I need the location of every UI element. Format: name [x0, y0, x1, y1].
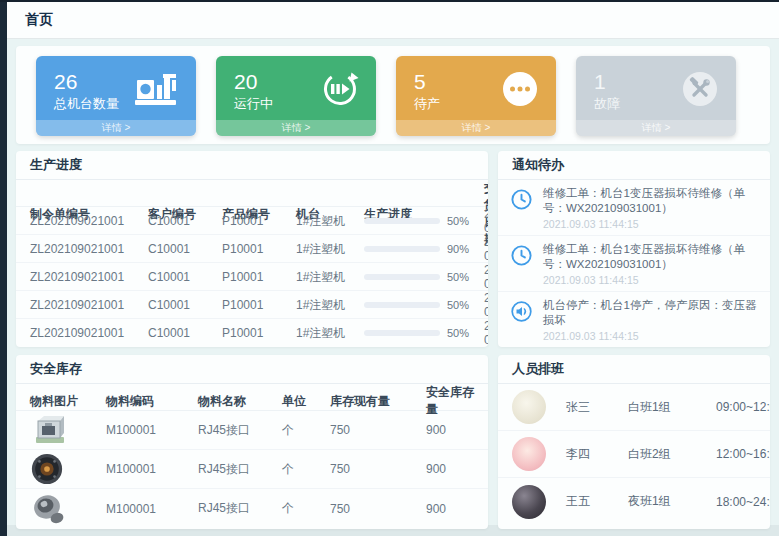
schedule-row: 李四 白班2组 12:00~16:00 — [498, 431, 770, 478]
notice-item[interactable]: 机台停产：机台1停产，停产原因：变压器损坏 2021.09.03 11:44:1… — [498, 292, 770, 347]
personnel-schedule-title: 人员排班 — [498, 355, 770, 384]
waiting-label: 待产 — [414, 95, 440, 113]
progress-bar — [364, 274, 440, 280]
person-name: 张三 — [566, 399, 628, 416]
running-value: 20 — [234, 69, 273, 95]
total-machines-label: 总机台数量 — [54, 95, 119, 113]
notice-text: 机台停产：机台1停产，停产原因：变压器损坏 — [543, 298, 758, 328]
personnel-schedule-panel: 人员排班 张三 白班1组 09:00~12:00 李四 白班2组 12:00~1… — [498, 355, 770, 529]
person-name: 李四 — [566, 446, 628, 463]
notices-panel: 通知待办 维修工单：机台1变压器损坏待维修（单号：WX202109031001）… — [498, 151, 770, 347]
running-detail-link[interactable]: 详情 > — [216, 120, 376, 136]
dashboard-page: 首页 26 总机台数量 — [7, 2, 779, 536]
progress-bar — [364, 330, 440, 336]
fault-value: 1 — [594, 69, 620, 95]
avatar — [512, 485, 546, 519]
production-row: ZL202109021001 C10001 P10001 1#注塑机 50% 2… — [16, 263, 488, 291]
production-row: ZL202109021001 C10001 P10001 1#注塑机 50% 2… — [16, 319, 488, 347]
inventory-table-header: 物料图片 物料编码 物料名称 单位 库存现有量 安全库存量 — [16, 384, 488, 411]
production-row: ZL202109021001 C10001 P10001 1#注塑机 50% 2… — [16, 291, 488, 319]
person-shift: 白班1组 — [628, 399, 716, 416]
dashboard-content: 26 总机台数量 — [7, 39, 779, 529]
card-running[interactable]: 20 运行中 详情 > — [216, 56, 376, 136]
avatar — [512, 437, 546, 471]
avatar — [512, 390, 546, 424]
safety-inventory-panel: 安全库存 物料图片 物料编码 物料名称 单位 库存现有量 安全库存量 — [16, 355, 488, 529]
notice-text: 维修工单：机台1变压器损坏待维修（单号：WX202109031001） — [543, 186, 758, 216]
schedule-row: 王五 夜班1组 18:00~24:00 — [498, 478, 770, 525]
person-time: 18:00~24:00 — [716, 495, 770, 509]
inventory-row: M100001 RJ45接口 个 750 900 — [16, 489, 488, 528]
person-name: 王五 — [566, 493, 628, 510]
person-time: 12:00~16:00 — [716, 447, 770, 461]
notice-text: 维修工单：机台1变压器损坏待维修（单号：WX202109031001） — [543, 242, 758, 272]
person-time: 09:00~12:00 — [716, 400, 770, 414]
card-fault[interactable]: 1 故障 — [576, 56, 736, 136]
notice-item[interactable]: 维修工单：机台1变压器损坏待维修（单号：WX202109031001） 2021… — [498, 180, 770, 236]
progress-bar — [364, 246, 440, 252]
round-speaker-image — [30, 453, 70, 485]
production-progress-panel: 生产进度 制令单编号 客户编号 产品编号 机台 生产进度 交货日期 ZL2021… — [16, 151, 488, 347]
stat-cards-panel: 26 总机台数量 — [16, 46, 770, 144]
fault-label: 故障 — [594, 95, 620, 113]
notice-time: 2021.09.03 11:44:15 — [543, 218, 758, 230]
progress-bar — [364, 302, 440, 308]
total-machines-value: 26 — [54, 69, 119, 95]
production-row: ZL202109021001 C10001 P10001 1#注塑机 90% 2… — [16, 235, 488, 263]
inventory-row: M100001 RJ45接口 个 750 900 — [16, 450, 488, 489]
left-sidebar-edge — [0, 0, 7, 536]
running-label: 运行中 — [234, 95, 273, 113]
breadcrumb-bar: 首页 — [7, 2, 779, 39]
production-table-header: 制令单编号 客户编号 产品编号 机台 生产进度 交货日期 — [16, 180, 488, 207]
person-shift: 夜班1组 — [628, 493, 716, 510]
speaker-icon — [510, 298, 534, 342]
page-title: 首页 — [25, 11, 53, 29]
waiting-value: 5 — [414, 69, 440, 95]
waiting-detail-link[interactable]: 详情 > — [396, 120, 556, 136]
card-waiting[interactable]: 5 待产 详情 > — [396, 56, 556, 136]
inventory-row: M100001 RJ45接口 个 750 900 — [16, 411, 488, 450]
cone-speaker-image — [30, 493, 70, 525]
card-total-machines[interactable]: 26 总机台数量 — [36, 56, 196, 136]
rj45-connector-image — [30, 414, 70, 446]
machine-icon — [134, 71, 180, 111]
window-top-border — [0, 0, 779, 2]
progress-bar — [364, 218, 440, 224]
ellipsis-icon — [500, 69, 540, 113]
notices-title: 通知待办 — [498, 151, 770, 180]
production-progress-title: 生产进度 — [16, 151, 488, 180]
clock-icon — [510, 242, 534, 286]
clock-icon — [510, 186, 534, 230]
safety-inventory-title: 安全库存 — [16, 355, 488, 384]
total-machines-detail-link[interactable]: 详情 > — [36, 120, 196, 136]
notice-time: 2021.09.03 11:44:15 — [543, 330, 758, 342]
fault-detail-link[interactable]: 详情 > — [576, 120, 736, 136]
person-shift: 白班2组 — [628, 446, 716, 463]
tools-icon — [680, 69, 720, 113]
notice-item[interactable]: 维修工单：机台1变压器损坏待维修（单号：WX202109031001） 2021… — [498, 236, 770, 292]
notice-time: 2021.09.03 11:44:15 — [543, 274, 758, 286]
running-icon — [320, 69, 360, 113]
schedule-row: 张三 白班1组 09:00~12:00 — [498, 384, 770, 431]
